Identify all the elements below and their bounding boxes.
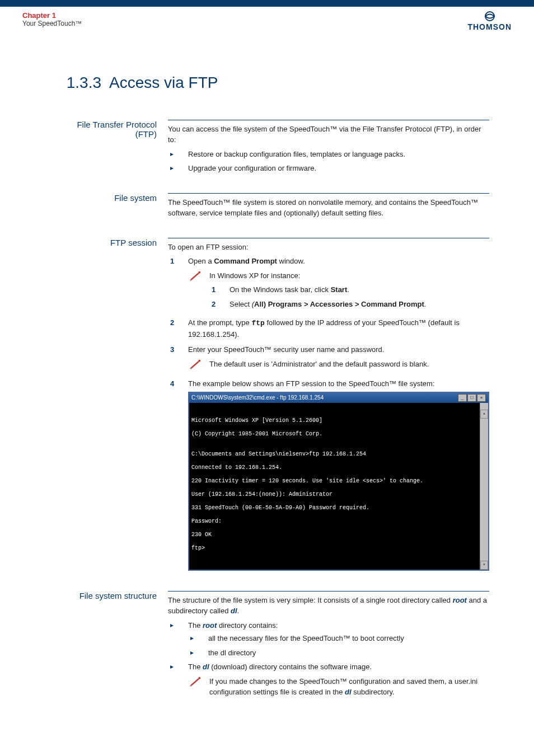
note-icon — [188, 270, 209, 313]
terminal-line: 220 Inactivity timer = 120 seconds. Use … — [191, 478, 486, 485]
terminal-window: C:\WINDOWS\system32\cmd.exe - ftp 192.16… — [188, 392, 489, 571]
terminal-line: Connected to 192.168.1.254. — [191, 464, 486, 471]
note-xp-body: In Windows XP for instance: On the Windo… — [209, 270, 489, 313]
page-content: 1.3.3Access via FTP File Transfer Protoc… — [0, 41, 534, 728]
svg-point-1 — [199, 271, 201, 274]
file-system-text: The SpeedTouch™ file system is stored on… — [168, 197, 489, 219]
list-item: The dl (download) directory contains the… — [168, 661, 489, 698]
row-file-system: File system The SpeedTouch™ file system … — [56, 193, 489, 222]
list-item: Upgrade your configuration or firmware. — [168, 163, 489, 174]
body-file-system: The SpeedTouch™ file system is stored on… — [168, 193, 489, 222]
ftp-session-steps: Open a Command Prompt window. In Windows… — [168, 256, 489, 571]
terminal-title-text: C:\WINDOWS\system32\cmd.exe - ftp 192.16… — [191, 395, 324, 401]
terminal-scrollbar[interactable]: ▴ ▾ — [480, 403, 488, 570]
terminal-body: ▴ ▾ Microsoft Windows XP [Version 5.1.26… — [189, 403, 488, 570]
step-3: Enter your SpeedTouch™ security user nam… — [168, 344, 489, 374]
scroll-down-icon[interactable]: ▾ — [480, 561, 488, 570]
svg-point-3 — [199, 677, 201, 679]
xp-substeps: On the Windows task bar, click Start. Se… — [209, 284, 489, 309]
scroll-up-icon[interactable]: ▴ — [480, 410, 488, 419]
fs-sublist: all the necessary files for the SpeedTou… — [188, 633, 489, 658]
note-xp: In Windows XP for instance: On the Windo… — [188, 270, 489, 313]
note-default-user-body: The default user is 'Administrator' and … — [209, 359, 489, 374]
label-fs-structure: File system structure — [56, 591, 168, 701]
window-controls: _□× — [457, 394, 486, 402]
terminal-line: Password: — [191, 518, 486, 525]
terminal-line: 230 OK — [191, 532, 486, 538]
list-item: the dl directory — [188, 647, 489, 659]
header-left: Chapter 1 Your SpeedTouch™ — [22, 11, 82, 31]
terminal-line: 331 SpeedTouch (00-0E-50-5A-D9-A0) Passw… — [191, 505, 486, 511]
minimize-icon[interactable]: _ — [458, 394, 467, 402]
row-ftp-session: FTP session To open an FTP session: Open… — [56, 238, 489, 575]
body-fs-structure: The structure of the file system is very… — [168, 591, 489, 701]
note-default-user: The default user is 'Administrator' and … — [188, 359, 489, 374]
substep-1: On the Windows task bar, click Start. — [209, 284, 489, 295]
label-ftp: File Transfer Protocol (FTP) — [56, 120, 168, 177]
svg-point-0 — [485, 12, 494, 21]
section-title-text: Access via FTP — [109, 74, 218, 91]
terminal-titlebar: C:\WINDOWS\system32\cmd.exe - ftp 192.16… — [189, 393, 488, 403]
chapter-title: Chapter 1 — [22, 11, 82, 20]
ftp-session-intro: To open an FTP session: — [168, 242, 489, 253]
body-ftp: You can access the file system of the Sp… — [168, 120, 489, 177]
step-4: The example below shows an FTP session t… — [168, 378, 489, 571]
note-userini-body: If you made changes to the SpeedTouch™ c… — [209, 676, 489, 698]
fs-list: The root directory contains: all the nec… — [168, 620, 489, 698]
step-2: At the prompt, type ftp followed by the … — [168, 317, 489, 340]
terminal-line: ftp> — [191, 545, 486, 552]
note-icon — [188, 676, 209, 698]
note-icon — [188, 359, 209, 374]
chapter-subtitle: Your SpeedTouch™ — [22, 20, 82, 27]
row-fs-structure: File system structure The structure of t… — [56, 591, 489, 701]
note-userini: If you made changes to the SpeedTouch™ c… — [188, 676, 489, 698]
step-1: Open a Command Prompt window. In Windows… — [168, 256, 489, 313]
ftp-intro-list: Restore or backup configuration files, t… — [168, 149, 489, 174]
svg-point-2 — [199, 360, 201, 362]
terminal-line: Microsoft Windows XP [Version 5.1.2600] — [191, 417, 486, 424]
close-icon[interactable]: × — [477, 394, 486, 402]
section-heading: 1.3.3Access via FTP — [56, 74, 489, 92]
list-item: all the necessary files for the SpeedTou… — [188, 633, 489, 644]
label-ftp-session: FTP session — [56, 238, 168, 575]
terminal-line: C:\Documents and Settings\nielsenv>ftp 1… — [191, 451, 486, 458]
brand-text: THOMSON — [467, 23, 512, 31]
top-bar — [0, 0, 534, 7]
body-ftp-session: To open an FTP session: Open a Command P… — [168, 238, 489, 575]
brand-logo: THOMSON — [467, 11, 512, 31]
row-ftp-intro: File Transfer Protocol (FTP) You can acc… — [56, 120, 489, 177]
page-header: Chapter 1 Your SpeedTouch™ THOMSON — [0, 7, 534, 41]
maximize-icon[interactable]: □ — [467, 394, 476, 402]
label-file-system: File system — [56, 193, 168, 222]
substep-2: Select (All) Programs > Accessories > Co… — [209, 299, 489, 310]
terminal-line: User (192.168.1.254:(none)): Administrat… — [191, 491, 486, 498]
list-item: Restore or backup configuration files, t… — [168, 149, 489, 160]
list-item: The root directory contains: all the nec… — [168, 620, 489, 659]
thomson-globe-icon — [467, 11, 512, 23]
fs-intro: The structure of the file system is very… — [168, 595, 489, 617]
ftp-intro-text: You can access the file system of the Sp… — [168, 124, 489, 145]
section-number: 1.3.3 — [54, 74, 101, 92]
terminal-line: (C) Copyright 1985-2001 Microsoft Corp. — [191, 431, 486, 438]
